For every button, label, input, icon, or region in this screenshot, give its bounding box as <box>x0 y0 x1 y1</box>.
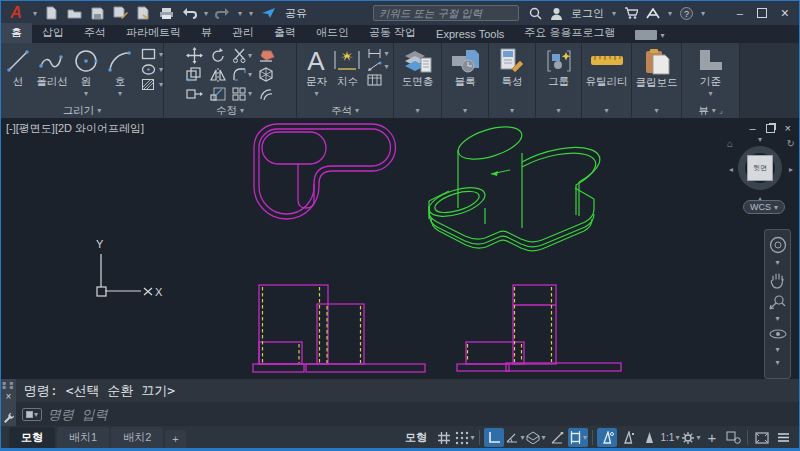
panel-group-expander[interactable]: ▾ <box>536 103 581 118</box>
fillet-button[interactable]: ▾ <box>232 67 252 82</box>
snap-chevron-icon[interactable]: ▾ <box>470 433 474 442</box>
snap-toggle[interactable]: ▾ <box>455 428 475 447</box>
polar-chevron-icon[interactable]: ▾ <box>520 433 524 442</box>
rectangle-chevron-icon[interactable]: ▾ <box>159 50 163 59</box>
grid-toggle[interactable] <box>434 428 454 447</box>
grip-dots-icon[interactable]: ■ ■■ ■ <box>3 381 15 389</box>
layout-tab-layout2[interactable]: 배치2 <box>111 427 163 449</box>
plan-view-drawing[interactable] <box>254 124 395 219</box>
undo-icon[interactable] <box>181 5 197 21</box>
redo-icon[interactable] <box>215 5 231 21</box>
pan-hand-icon[interactable] <box>770 271 786 289</box>
open-folder-icon[interactable] <box>66 5 82 21</box>
share-icon[interactable] <box>260 5 276 21</box>
ribbon-display-toggle[interactable]: ▾ <box>635 30 664 43</box>
isodraft-toggle[interactable]: ▾ <box>526 428 546 447</box>
tab-parametric[interactable]: 파라메트릭 <box>116 23 191 43</box>
dimension-button[interactable]: 치수 <box>331 46 363 89</box>
minimize-button[interactable]: – <box>737 7 743 19</box>
group-button[interactable]: 그룹 <box>541 46 577 89</box>
help-icon[interactable]: ? <box>680 7 693 20</box>
customization-wrench-icon[interactable] <box>3 412 14 423</box>
front-elevation-drawing[interactable] <box>253 285 425 372</box>
autodesk-logo-icon[interactable] <box>646 8 660 19</box>
panel-block-expander[interactable]: ▾ <box>442 103 488 118</box>
table-button[interactable] <box>367 74 388 86</box>
trim-chevron-icon[interactable]: ▾ <box>248 51 252 60</box>
navigation-wheel-chevron-icon[interactable]: ▾ <box>775 258 779 267</box>
rectangle-button[interactable]: ▾ <box>141 48 163 61</box>
login-label[interactable]: 로그인 <box>571 6 604 21</box>
iso-view-drawing[interactable] <box>426 120 600 250</box>
offset-button[interactable] <box>258 87 274 101</box>
tab-collaborate[interactable]: 공동 작업 <box>359 23 426 43</box>
zoom-chevron-icon[interactable]: ▾ <box>775 314 779 323</box>
status-bar-menu-button[interactable] <box>773 428 793 447</box>
isolate-objects-button[interactable] <box>723 428 743 447</box>
login-chevron-icon[interactable]: ▾ <box>612 9 616 18</box>
command-line-grip[interactable]: ■ ■■ ■ × <box>1 379 16 426</box>
panel-modify-label[interactable]: 수정▾ <box>164 103 296 118</box>
undo-chevron-icon[interactable]: ▾ <box>204 9 208 18</box>
command-input[interactable] <box>48 407 799 422</box>
print-icon[interactable] <box>158 5 174 21</box>
maximize-button[interactable] <box>757 8 767 18</box>
annotation-autoscale-toggle[interactable] <box>618 428 638 447</box>
polar-tracking-toggle[interactable]: ▾ <box>505 428 525 447</box>
arc-chevron-icon[interactable]: ▾ <box>118 89 122 98</box>
arc-button[interactable]: 호 ▾ <box>103 46 137 98</box>
tab-addins[interactable]: 애드인 <box>306 23 359 43</box>
properties-button[interactable]: 특성 <box>494 46 530 89</box>
tab-annotate[interactable]: 주석 <box>74 23 116 43</box>
close-button[interactable]: × <box>781 5 789 21</box>
tab-home[interactable]: 홈 <box>1 23 32 43</box>
text-chevron-icon[interactable]: ▾ <box>314 89 318 98</box>
polyline-button[interactable]: 폴리선 <box>35 46 69 89</box>
array-chevron-icon[interactable]: ▾ <box>248 89 252 98</box>
base-button[interactable]: 기준 ▾ <box>689 46 733 98</box>
base-chevron-icon[interactable]: ▾ <box>708 89 712 98</box>
ortho-toggle[interactable] <box>484 428 504 447</box>
view-cube[interactable]: 윗면 ◂ ▸ ▾ ▴ ⌂ ↻ <box>736 144 786 194</box>
zoom-extents-icon[interactable] <box>769 293 786 310</box>
customization-plus-button[interactable]: + <box>702 428 722 447</box>
array-button[interactable]: ▾ <box>232 87 252 101</box>
autodesk-chevron-icon[interactable]: ▾ <box>668 9 672 18</box>
leader-chevron-icon[interactable]: ▾ <box>384 62 388 71</box>
side-elevation-drawing[interactable] <box>457 285 621 371</box>
tab-insert[interactable]: 삽입 <box>32 23 74 43</box>
annotation-scale-chevron-icon[interactable]: ▾ <box>675 433 679 442</box>
object-snap-toggle[interactable]: ▾ <box>568 428 588 447</box>
layout-tab-layout1[interactable]: 배치1 <box>57 427 109 449</box>
copy-button[interactable] <box>186 67 202 82</box>
navigation-bar[interactable]: ▾ ▾ ▾ ▾ <box>764 229 791 379</box>
view-cube-up-arrow-icon[interactable]: ▾ <box>758 135 762 144</box>
app-menu-chevron-icon[interactable]: ▾ <box>33 9 37 18</box>
settings-chevron-icon[interactable]: ▾ <box>696 433 700 442</box>
annotation-visibility-toggle[interactable] <box>597 428 617 447</box>
model-space-label[interactable]: 모형 <box>405 430 427 445</box>
search-icon[interactable] <box>529 7 542 20</box>
orbit-chevron-icon[interactable]: ▾ <box>775 345 779 354</box>
plot-icon[interactable] <box>135 5 151 21</box>
block-button[interactable]: 블록 <box>447 46 483 89</box>
panel-utilities-expander[interactable]: ▾ <box>582 103 631 118</box>
erase-button[interactable] <box>258 48 275 63</box>
new-layout-button[interactable]: + <box>165 430 185 449</box>
navbar-more-chevron-icon[interactable]: ▾ <box>775 358 779 367</box>
panel-annotate-label[interactable]: 주석▾ <box>297 103 393 118</box>
object-snap-chevron-icon[interactable]: ▾ <box>583 433 587 442</box>
view-cube-top-face[interactable]: 윗면 <box>747 155 773 181</box>
tab-manage[interactable]: 관리 <box>222 23 264 43</box>
tab-featured-apps[interactable]: 주요 응용프로그램 <box>514 23 625 43</box>
recent-commands-button[interactable]: ▾ <box>22 408 42 421</box>
app-store-cart-icon[interactable] <box>624 7 638 19</box>
rotate-button[interactable] <box>210 48 226 64</box>
panel-draw-label[interactable]: 그리기▾ <box>1 103 163 118</box>
stretch-button[interactable] <box>186 87 203 101</box>
circle-chevron-icon[interactable]: ▾ <box>84 89 88 98</box>
linear-dimension-button[interactable]: ▾ <box>367 48 388 59</box>
save-icon[interactable] <box>89 5 105 21</box>
new-file-icon[interactable] <box>43 5 59 21</box>
explode-button[interactable] <box>258 67 274 83</box>
